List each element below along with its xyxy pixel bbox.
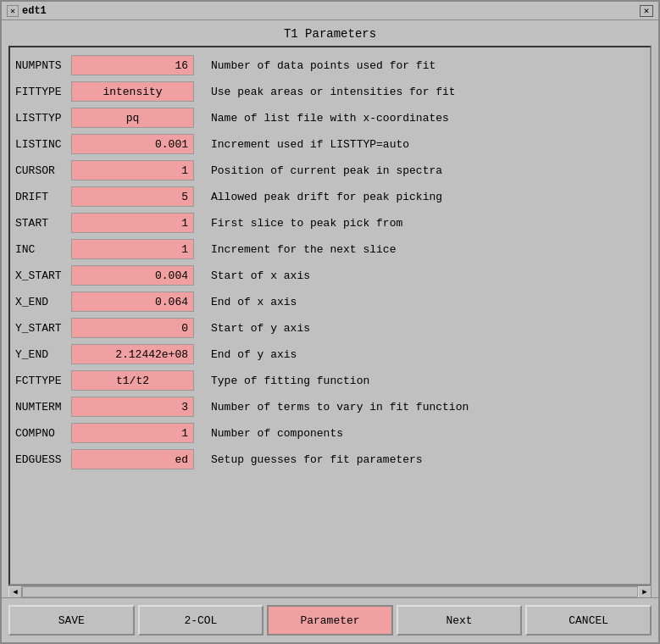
table-row: NUMTERMNumber of terms to vary in fit fu… xyxy=(12,395,648,419)
param-desc: Increment used if LISTTYP=auto xyxy=(194,138,648,151)
title-bar: ✕ edt1 ✕ xyxy=(2,2,658,20)
param-desc: Increment for the next slice xyxy=(194,243,648,256)
param-desc: Setup guesses for fit parameters xyxy=(194,453,648,466)
param-label: LISTINC xyxy=(12,138,71,151)
param-input-cursor[interactable] xyxy=(71,160,194,180)
param-desc: Start of x axis xyxy=(194,269,648,282)
param-desc: First slice to peak pick from xyxy=(194,217,648,230)
param-input-x_start[interactable] xyxy=(71,265,194,286)
param-input-x_end[interactable] xyxy=(71,291,194,312)
param-label: START xyxy=(12,217,71,230)
table-row: CURSORPosition of current peak in spectr… xyxy=(12,158,648,182)
table-row: EDGUESSSetup guesses for fit parameters xyxy=(12,447,648,471)
horizontal-scrollbar[interactable]: ◀ ▶ xyxy=(8,586,652,597)
table-row: Y_ENDEnd of y axis xyxy=(12,342,648,366)
param-label: EDGUESS xyxy=(12,453,71,466)
table-row: INCIncrement for the next slice xyxy=(12,237,648,261)
param-input-compno[interactable] xyxy=(71,423,194,443)
param-label: NUMPNTS xyxy=(12,59,71,72)
param-input-listtyp[interactable] xyxy=(71,108,194,128)
param-input-edguess[interactable] xyxy=(71,449,194,469)
table-row: Y_STARTStart of y axis xyxy=(12,316,648,340)
table-row: COMPNONumber of components xyxy=(12,421,648,445)
title-bar-left: ✕ edt1 xyxy=(7,5,47,17)
table-row: X_STARTStart of x axis xyxy=(12,264,648,287)
param-label: NUMTERM xyxy=(12,401,71,414)
param-desc: Type of fitting function xyxy=(194,375,648,387)
param-input-listinc[interactable] xyxy=(71,134,194,154)
window-icon: ✕ xyxy=(7,5,19,17)
footer: SAVE 2-COL Parameter Next CANCEL xyxy=(2,597,658,642)
table-row: LISTINCIncrement used if LISTTYP=auto xyxy=(12,132,648,156)
param-label: Y_END xyxy=(12,348,71,361)
param-input-fcttype[interactable] xyxy=(71,370,194,391)
table-row: X_ENDEnd of x axis xyxy=(12,290,648,314)
scroll-right-button[interactable]: ▶ xyxy=(638,586,652,598)
param-scroll-area[interactable]: NUMPNTSNumber of data points used for fi… xyxy=(8,46,652,586)
param-desc: Position of current peak in spectra xyxy=(194,164,648,177)
param-label: X_START xyxy=(12,269,71,282)
param-label: FCTTYPE xyxy=(12,375,71,387)
table-row: STARTFirst slice to peak pick from xyxy=(12,211,648,235)
col2-button[interactable]: 2-COL xyxy=(138,605,264,636)
param-input-fittype[interactable] xyxy=(71,81,194,102)
param-label: CURSOR xyxy=(12,164,71,177)
param-input-y_end[interactable] xyxy=(71,344,194,364)
param-desc: Number of data points used for fit xyxy=(194,59,648,72)
param-desc: End of y axis xyxy=(194,348,648,361)
param-input-y_start[interactable] xyxy=(71,318,194,338)
page-title: T1 Parameters xyxy=(2,20,658,46)
param-label: INC xyxy=(12,243,71,256)
param-desc: Name of list file with x-coordinates xyxy=(194,112,648,125)
param-input-inc[interactable] xyxy=(71,239,194,259)
table-row: FCTTYPEType of fitting function xyxy=(12,369,648,392)
scroll-left-button[interactable]: ◀ xyxy=(8,586,22,598)
h-scrollbar-track[interactable] xyxy=(22,586,638,597)
next-button[interactable]: Next xyxy=(397,605,523,636)
param-label: DRIFT xyxy=(12,191,71,203)
param-desc: Number of components xyxy=(194,427,648,440)
save-button[interactable]: SAVE xyxy=(8,605,135,636)
param-label: LISTTYP xyxy=(12,112,71,125)
main-window: ✕ edt1 ✕ T1 Parameters NUMPNTSNumber of … xyxy=(0,0,660,644)
table-row: FITTYPEUse peak areas or intensities for… xyxy=(12,80,648,103)
param-input-numpnts[interactable] xyxy=(71,55,194,75)
param-label: Y_START xyxy=(12,322,71,335)
param-desc: End of x axis xyxy=(194,296,648,308)
window-title: edt1 xyxy=(22,5,47,17)
main-content: NUMPNTSNumber of data points used for fi… xyxy=(2,46,658,597)
close-button[interactable]: ✕ xyxy=(640,5,653,17)
param-desc: Allowed peak drift for peak picking xyxy=(194,191,648,203)
param-desc: Start of y axis xyxy=(194,322,648,335)
parameter-button[interactable]: Parameter xyxy=(267,605,393,636)
param-input-start[interactable] xyxy=(71,213,194,233)
table-row: DRIFTAllowed peak drift for peak picking xyxy=(12,185,648,208)
param-label: X_END xyxy=(12,296,71,308)
cancel-button[interactable]: CANCEL xyxy=(525,605,652,636)
param-input-drift[interactable] xyxy=(71,186,194,207)
param-rows-container: NUMPNTSNumber of data points used for fi… xyxy=(12,53,648,471)
param-desc: Number of terms to vary in fit function xyxy=(194,401,648,414)
param-label: COMPNO xyxy=(12,427,71,440)
param-label: FITTYPE xyxy=(12,86,71,98)
param-desc: Use peak areas or intensities for fit xyxy=(194,86,648,98)
param-input-numterm[interactable] xyxy=(71,397,194,417)
table-row: NUMPNTSNumber of data points used for fi… xyxy=(12,53,648,77)
table-row: LISTTYPName of list file with x-coordina… xyxy=(12,106,648,130)
